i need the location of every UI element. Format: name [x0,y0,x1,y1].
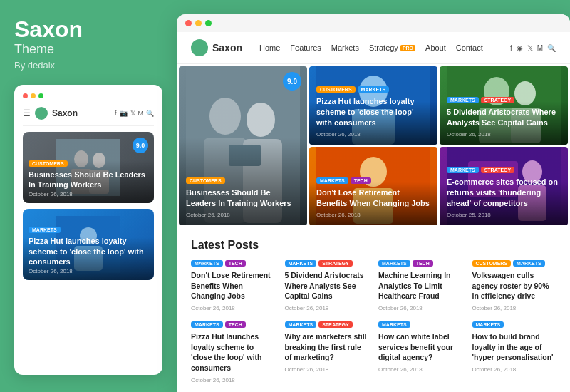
hero-card-2-date: October 26, 2018 [316,131,430,138]
nav-contact[interactable]: Contact [456,43,483,52]
brand-name: Saxon [14,17,162,42]
posts-grid-row1: MARKETS TECH Don't Lose Retirement Benef… [191,260,556,311]
mobile-card-1-title: Businesses Should Be Leaders In Training… [28,170,148,190]
hero-card-3-overlay: MARKETS STRATEGY 5 Dividend Aristocrats … [440,66,568,145]
hero-card-4-tags: MARKETS TECH [316,177,430,184]
mobile-search-icon[interactable]: 🔍 [146,110,154,117]
nav-strategy-label: Strategy [369,43,398,52]
post-7-tags: MARKETS [378,321,462,328]
post-7-date: October 26, 2018 [378,366,462,373]
desktop-logo-icon [191,39,208,56]
desktop-logo-text: Saxon [212,42,242,53]
hero-card-3-title: 5 Dividend Aristocrats Where Analysts Se… [447,107,561,128]
post-8-tag-markets: MARKETS [472,321,504,328]
hero-card-4-date: October 26, 2018 [316,212,430,218]
post-3-tag-tech: TECH [413,260,433,267]
mobile-card-1[interactable]: CUSTOMERS Businesses Should Be Leaders I… [23,132,154,203]
hero-card-3[interactable]: MARKETS STRATEGY 5 Dividend Aristocrats … [440,66,568,145]
nav-instagram-icon: ◉ [517,44,523,52]
hero-card-2-title: Pizza Hut launches loyalty scheme to 'cl… [316,96,430,128]
mobile-card-2-title: Pizza Hut launches loyalty scheme to 'cl… [28,236,148,267]
desktop-content: Saxon Home Features Markets Strategy PRO… [177,32,570,392]
nav-about[interactable]: About [425,43,446,52]
post-6-title: Why are marketers still breaking the fir… [285,331,369,363]
desktop-dot-green [205,20,212,26]
brand-subtitle: Theme [14,42,162,57]
hero-card-2-overlay: CUSTOMERS MARKETS Pizza Hut launches loy… [309,66,437,145]
post-1-tags: MARKETS TECH [191,260,275,267]
hamburger-icon[interactable]: ☰ [23,108,31,118]
post-item-7[interactable]: MARKETS How can white label services ben… [378,321,462,383]
post-5-tags: MARKETS TECH [191,321,275,328]
post-3-title: Machine Learning In Analytics To Limit H… [378,270,462,301]
post-2-tags: MARKETS STRATEGY [285,260,369,267]
mobile-card-2-date: October 26, 2018 [28,268,148,274]
hero-card-2-tags: CUSTOMERS MARKETS [316,86,430,93]
hero-card-5[interactable]: MARKETS STRATEGY E-commerce sites focuse… [440,147,568,225]
hero-card-1[interactable]: CUSTOMERS Businesses Should Be Leaders I… [179,66,307,225]
post-5-tag-markets: MARKETS [191,321,223,328]
hero-card-1-date: October 26, 2018 [186,212,300,218]
hero-tag-markets-5: MARKETS [447,167,479,173]
hero-tag-customers: CUSTOMERS [186,177,225,184]
post-1-date: October 26, 2018 [191,305,275,311]
hero-tag-markets-3: MARKETS [447,97,479,103]
mobile-logo-dot [35,107,48,120]
hero-card-5-overlay: MARKETS STRATEGY E-commerce sites focuse… [440,147,568,225]
post-item-2[interactable]: MARKETS STRATEGY 5 Dividend Aristocrats … [285,260,369,311]
mobile-nav-left: ☰ Saxon [23,107,78,120]
post-8-tags: MARKETS [472,321,556,328]
nav-search-icon[interactable]: 🔍 [547,44,556,52]
post-1-title: Don't Lose Retirement Benefits When Chan… [191,270,275,301]
hero-card-4[interactable]: MARKETS TECH Don't Lose Retirement Benef… [309,147,437,225]
post-5-tag-tech: TECH [225,321,246,328]
post-item-6[interactable]: MARKETS STRATEGY Why are marketers still… [285,321,369,383]
post-2-date: October 26, 2018 [285,305,369,311]
post-item-8[interactable]: MARKETS How to build brand loyalty in th… [472,321,556,383]
mobile-tag-customers: CUSTOMERS [28,160,68,167]
hero-tag-strategy-3: STRATEGY [481,97,515,103]
post-item-3[interactable]: MARKETS TECH Machine Learning In Analyti… [378,260,462,311]
nav-features[interactable]: Features [290,43,321,52]
hero-card-3-date: October 26, 2018 [447,131,561,138]
hero-tag-strategy-5: STRATEGY [481,167,515,173]
mobile-card-2[interactable]: MARKETS Pizza Hut launches loyalty schem… [23,209,154,280]
post-4-tag-markets: MARKETS [513,260,545,267]
desktop-dot-yellow [195,20,202,26]
post-item-4[interactable]: CUSTOMERS MARKETS Volkswagen culls agenc… [472,260,556,311]
post-6-date: October 26, 2018 [285,366,369,373]
mobile-preview: ☰ Saxon f 📷 𝕏 M 🔍 [14,85,162,375]
hero-card-4-overlay: MARKETS TECH Don't Lose Retirement Benef… [309,147,437,225]
hero-card-5-date: October 25, 2018 [447,212,561,218]
post-5-title: Pizza Hut launches loyalty scheme to 'cl… [191,331,275,373]
mobile-card-1-date: October 26, 2018 [28,191,148,197]
post-7-tag-markets: MARKETS [378,321,410,328]
desktop-logo: Saxon [191,39,242,56]
post-4-title: Volkswagen culls agency roster by 90% in… [472,270,556,301]
mobile-logo-text: Saxon [52,108,78,118]
post-item-5[interactable]: MARKETS TECH Pizza Hut launches loyalty … [191,321,275,383]
post-1-tag-markets: MARKETS [191,260,223,267]
hero-tag-tech-4: TECH [351,177,371,184]
mobile-card-1-tags: CUSTOMERS [28,160,148,167]
hero-tag-markets-4: MARKETS [316,177,348,184]
nav-links: Home Features Markets Strategy PRO About… [259,43,499,52]
mobile-nav: ☰ Saxon f 📷 𝕏 M 🔍 [23,104,154,126]
nav-strategy[interactable]: Strategy PRO [369,43,415,52]
post-6-tags: MARKETS STRATEGY [285,321,369,328]
post-3-tag-markets: MARKETS [378,260,410,267]
nav-home[interactable]: Home [259,43,280,52]
hero-card-4-title: Don't Lose Retirement Benefits When Chan… [316,187,430,209]
post-item-1[interactable]: MARKETS TECH Don't Lose Retirement Benef… [191,260,275,311]
post-3-tags: MARKETS TECH [378,260,462,267]
right-panel: Saxon Home Features Markets Strategy PRO… [177,14,570,392]
post-2-tag-markets: MARKETS [285,260,317,267]
post-4-tag-customers: CUSTOMERS [472,260,512,267]
nav-markets[interactable]: Markets [331,43,359,52]
instagram-icon: 📷 [120,110,128,117]
left-panel: Saxon Theme By dedalx ☰ Saxon f 📷 𝕏 M 🔍 [0,0,177,392]
post-1-tag-tech: TECH [225,260,246,267]
hero-card-2[interactable]: CUSTOMERS MARKETS Pizza Hut launches loy… [309,66,437,145]
post-2-title: 5 Dividend Aristocrats Where Analysts Se… [285,270,369,301]
hero-grid: CUSTOMERS Businesses Should Be Leaders I… [177,64,570,227]
